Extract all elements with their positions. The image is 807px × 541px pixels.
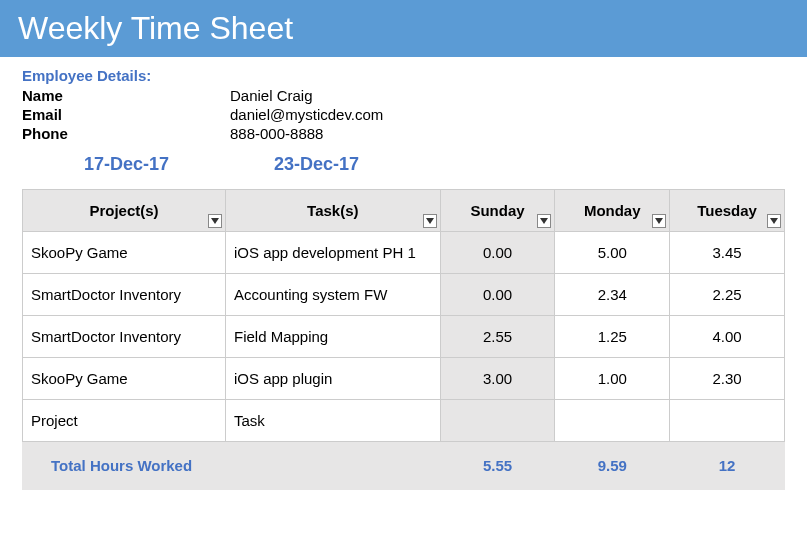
employee-details-block: Employee Details: Name Daniel Craig Emai… xyxy=(0,57,807,189)
svg-marker-4 xyxy=(770,218,778,224)
filter-dropdown-icon[interactable] xyxy=(423,214,437,228)
cell-project[interactable]: SmartDoctor Inventory xyxy=(23,316,226,358)
col-header-tasks-label: Task(s) xyxy=(307,202,358,219)
col-header-monday-label: Monday xyxy=(584,202,641,219)
date-range-row: 17-Dec-17 23-Dec-17 xyxy=(22,154,785,175)
cell-project[interactable]: SkooPy Game xyxy=(23,232,226,274)
filter-dropdown-icon[interactable] xyxy=(767,214,781,228)
label-email: Email xyxy=(22,106,230,123)
filter-dropdown-icon[interactable] xyxy=(652,214,666,228)
cell-monday[interactable]: 2.34 xyxy=(555,274,670,316)
table-row: SkooPy GameiOS app development PH 10.005… xyxy=(23,232,785,274)
cell-tuesday[interactable]: 2.25 xyxy=(670,274,785,316)
total-tuesday: 12 xyxy=(670,442,785,490)
table-row: ProjectTask xyxy=(23,400,785,442)
cell-sunday[interactable]: 0.00 xyxy=(440,274,555,316)
cell-project[interactable]: Project xyxy=(23,400,226,442)
col-header-projects[interactable]: Project(s) xyxy=(23,190,226,232)
header-row: Project(s) Task(s) Sunday Monday Tuesday xyxy=(23,190,785,232)
cell-sunday[interactable]: 3.00 xyxy=(440,358,555,400)
cell-task[interactable]: iOS app plugin xyxy=(225,358,440,400)
cell-sunday[interactable] xyxy=(440,400,555,442)
cell-sunday[interactable]: 0.00 xyxy=(440,232,555,274)
cell-tuesday[interactable]: 4.00 xyxy=(670,316,785,358)
cell-tuesday[interactable]: 3.45 xyxy=(670,232,785,274)
detail-row-phone: Phone 888-000-8888 xyxy=(22,125,785,142)
cell-monday[interactable]: 5.00 xyxy=(555,232,670,274)
table-row: SmartDoctor InventoryField Mapping2.551.… xyxy=(23,316,785,358)
table-row: SkooPy GameiOS app plugin3.001.002.30 xyxy=(23,358,785,400)
table-row: SmartDoctor InventoryAccounting system F… xyxy=(23,274,785,316)
value-phone: 888-000-8888 xyxy=(230,125,323,142)
col-header-projects-label: Project(s) xyxy=(89,202,158,219)
value-email: daniel@mysticdev.com xyxy=(230,106,383,123)
filter-dropdown-icon[interactable] xyxy=(208,214,222,228)
cell-monday[interactable]: 1.00 xyxy=(555,358,670,400)
detail-row-email: Email daniel@mysticdev.com xyxy=(22,106,785,123)
svg-marker-3 xyxy=(655,218,663,224)
label-name: Name xyxy=(22,87,230,104)
filter-dropdown-icon[interactable] xyxy=(537,214,551,228)
svg-marker-0 xyxy=(211,218,219,224)
total-monday: 9.59 xyxy=(555,442,670,490)
detail-row-name: Name Daniel Craig xyxy=(22,87,785,104)
cell-monday[interactable] xyxy=(555,400,670,442)
cell-task[interactable]: Task xyxy=(225,400,440,442)
col-header-tuesday-label: Tuesday xyxy=(697,202,757,219)
total-sunday: 5.55 xyxy=(440,442,555,490)
col-header-sunday-label: Sunday xyxy=(470,202,524,219)
col-header-tasks[interactable]: Task(s) xyxy=(225,190,440,232)
value-name: Daniel Craig xyxy=(230,87,313,104)
cell-tuesday[interactable] xyxy=(670,400,785,442)
cell-tuesday[interactable]: 2.30 xyxy=(670,358,785,400)
label-phone: Phone xyxy=(22,125,230,142)
cell-monday[interactable]: 1.25 xyxy=(555,316,670,358)
page-title: Weekly Time Sheet xyxy=(0,0,807,57)
timesheet-table: Project(s) Task(s) Sunday Monday Tuesday… xyxy=(22,189,785,490)
start-date: 17-Dec-17 xyxy=(84,154,254,175)
cell-task[interactable]: Accounting system FW xyxy=(225,274,440,316)
cell-sunday[interactable]: 2.55 xyxy=(440,316,555,358)
cell-task[interactable]: iOS app development PH 1 xyxy=(225,232,440,274)
col-header-monday[interactable]: Monday xyxy=(555,190,670,232)
col-header-sunday[interactable]: Sunday xyxy=(440,190,555,232)
totals-row: Total Hours Worked 5.55 9.59 12 xyxy=(23,442,785,490)
col-header-tuesday[interactable]: Tuesday xyxy=(670,190,785,232)
svg-marker-1 xyxy=(426,218,434,224)
end-date: 23-Dec-17 xyxy=(274,154,359,175)
cell-project[interactable]: SmartDoctor Inventory xyxy=(23,274,226,316)
totals-label: Total Hours Worked xyxy=(23,442,441,490)
cell-task[interactable]: Field Mapping xyxy=(225,316,440,358)
svg-marker-2 xyxy=(540,218,548,224)
cell-project[interactable]: SkooPy Game xyxy=(23,358,226,400)
employee-details-header: Employee Details: xyxy=(22,67,785,84)
